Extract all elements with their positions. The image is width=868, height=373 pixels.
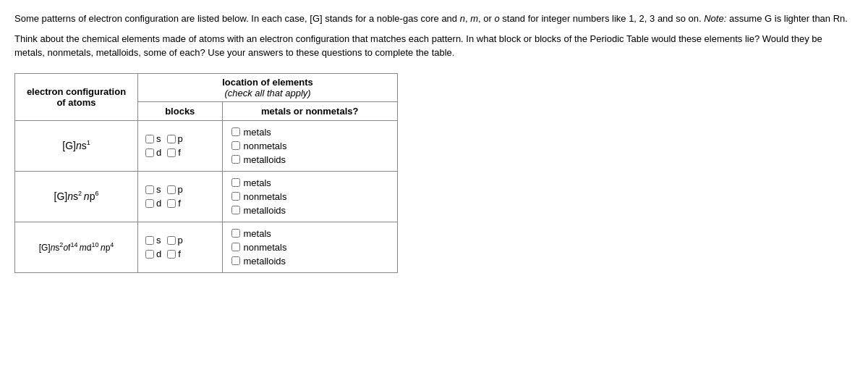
config-cell-2: [G]ns2 np6 [15,171,138,222]
location-title: location of elements [144,77,391,88]
block-p-1[interactable]: p [167,133,183,144]
block-f-2[interactable]: f [167,198,181,209]
checkbox-p-1[interactable] [167,135,176,143]
blocks-pair-df-3: d f [145,248,215,259]
blocks-pair-sp-1: s p [145,133,215,144]
metals-item-1[interactable]: metals [231,127,389,138]
blocks-checkboxes-3: s p d f [145,235,215,259]
table-row: [G]ns1 s p [15,120,398,171]
location-subtitle: (check all that apply) [144,88,391,99]
intro-line1: Some patterns of electron configuration … [14,12,854,26]
metalloids-item-3[interactable]: metalloids [231,256,389,267]
checkbox-metals-3[interactable] [231,229,240,238]
config-formula-1: [G]ns1 [62,140,90,151]
block-s-3[interactable]: s [145,235,161,246]
metals-column-header: metals or nonmetals? [222,101,398,120]
checkbox-d-1[interactable] [145,148,154,157]
metals-cell-3: metals nonmetals metalloids [222,222,398,272]
blocks-pair-df-1: d f [145,147,215,158]
blocks-pair-sp-2: s p [145,184,215,195]
location-header: location of elements (check all that app… [138,73,398,101]
electron-config-table: electron configuration of atoms location… [14,73,398,273]
block-d-1[interactable]: d [145,147,161,158]
checkbox-nonmetals-2[interactable] [231,192,240,201]
config-formula-3: [G]ns2of14 md10 np4 [39,243,114,253]
checkbox-p-3[interactable] [167,236,176,245]
intro-section: Some patterns of electron configuration … [14,12,854,60]
metals-cell-2: metals nonmetals metalloids [222,171,398,222]
metals-options-1: metals nonmetals metalloids [231,127,389,165]
checkbox-f-2[interactable] [167,199,176,208]
checkbox-s-2[interactable] [145,185,154,194]
block-s-2[interactable]: s [145,184,161,195]
block-s-1[interactable]: s [145,133,161,144]
main-table-wrapper: electron configuration of atoms location… [14,73,398,273]
metals-item-3[interactable]: metals [231,228,389,239]
checkbox-metalloids-2[interactable] [231,206,240,214]
block-f-1[interactable]: f [167,147,181,158]
checkbox-metalloids-1[interactable] [231,155,240,164]
blocks-checkboxes-2: s p d f [145,184,215,209]
intro-line2: Think about the chemical elements made o… [14,32,854,60]
nonmetals-item-1[interactable]: nonmetals [231,141,389,151]
block-f-3[interactable]: f [167,248,181,259]
checkbox-metals-2[interactable] [231,178,240,187]
checkbox-metals-1[interactable] [231,127,240,136]
config-cell-1: [G]ns1 [15,120,138,171]
blocks-pair-sp-3: s p [145,235,215,246]
block-p-3[interactable]: p [167,235,183,246]
block-d-3[interactable]: d [145,248,161,259]
blocks-checkboxes-1: s p d f [145,133,215,158]
header-row-top: electron configuration of atoms location… [15,73,398,101]
checkbox-f-1[interactable] [167,148,176,157]
checkbox-nonmetals-1[interactable] [231,141,240,150]
blocks-column-header: blocks [138,101,223,120]
blocks-pair-df-2: d f [145,198,215,209]
checkbox-s-3[interactable] [145,236,154,245]
checkbox-f-3[interactable] [167,250,176,259]
checkbox-p-2[interactable] [167,185,176,194]
block-d-2[interactable]: d [145,198,161,209]
checkbox-s-1[interactable] [145,135,154,143]
blocks-cell-1: s p d f [138,120,223,171]
config-column-header: electron configuration of atoms [15,73,138,120]
blocks-cell-3: s p d f [138,222,223,272]
metals-item-2[interactable]: metals [231,177,389,188]
nonmetals-item-2[interactable]: nonmetals [231,191,389,202]
metalloids-item-1[interactable]: metalloids [231,154,389,165]
checkbox-metalloids-3[interactable] [231,256,240,265]
table-row: [G]ns2 np6 s p [15,171,398,222]
metals-options-2: metals nonmetals metalloids [231,177,389,216]
metals-options-3: metals nonmetals metalloids [231,228,389,267]
checkbox-nonmetals-3[interactable] [231,243,240,251]
config-formula-2: [G]ns2 np6 [54,190,99,202]
nonmetals-item-3[interactable]: nonmetals [231,242,389,253]
metals-cell-1: metals nonmetals metalloids [222,120,398,171]
metalloids-item-2[interactable]: metalloids [231,205,389,216]
checkbox-d-3[interactable] [145,250,154,259]
checkbox-d-2[interactable] [145,199,154,208]
config-cell-3: [G]ns2of14 md10 np4 [15,222,138,272]
blocks-cell-2: s p d f [138,171,223,222]
table-row: [G]ns2of14 md10 np4 s p [15,222,398,272]
block-p-2[interactable]: p [167,184,183,195]
